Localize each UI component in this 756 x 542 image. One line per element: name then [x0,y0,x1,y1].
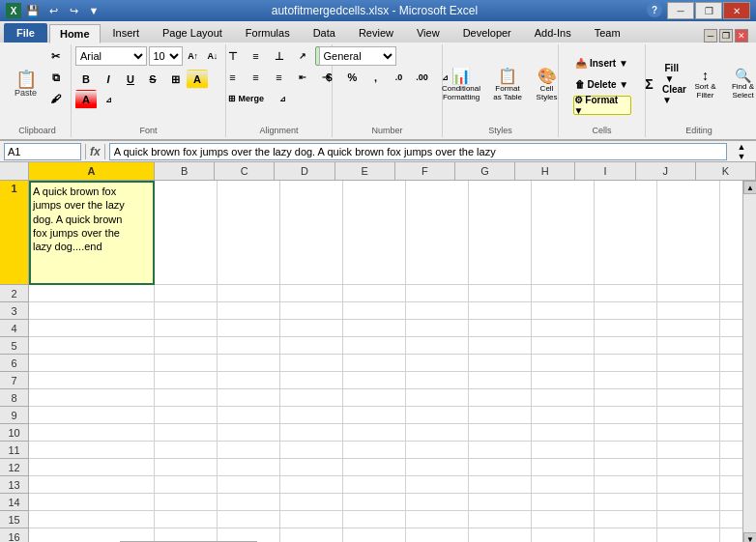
cell-b12[interactable] [155,459,218,476]
col-header-g[interactable]: G [455,162,515,180]
cell-k12[interactable] [720,459,742,476]
cell-i15[interactable] [595,511,657,528]
cell-c2[interactable] [218,285,280,302]
tab-view[interactable]: View [406,23,451,43]
cell-f16[interactable] [406,528,469,542]
cell-i14[interactable] [595,494,657,511]
cell-f12[interactable] [406,459,469,476]
cell-f14[interactable] [406,494,469,511]
number-format-selector[interactable]: General [319,46,396,66]
col-header-d[interactable]: D [275,162,334,180]
cell-g15[interactable] [469,511,532,528]
cell-a15[interactable] [29,511,155,528]
cell-j1[interactable] [657,181,720,285]
row-header-5[interactable]: 5 [0,337,28,355]
cell-g12[interactable] [469,459,532,476]
cell-k14[interactable] [720,494,742,511]
borders-button[interactable]: ⊞ [164,70,186,89]
cell-c7[interactable] [218,372,280,389]
cell-j3[interactable] [657,302,720,320]
cell-a2[interactable] [29,285,155,302]
center-align-button[interactable]: ≡ [246,68,267,87]
strikethrough-button[interactable]: S [142,70,163,89]
cell-c1[interactable] [218,181,280,285]
cell-d9[interactable] [280,407,343,424]
cell-d12[interactable] [280,459,343,476]
cell-e12[interactable] [343,459,406,476]
cell-e14[interactable] [343,494,406,511]
tab-data[interactable]: Data [303,23,346,43]
cell-j9[interactable] [657,407,720,424]
scroll-down-button[interactable]: ▼ [743,532,756,542]
sum-button[interactable]: Σ [638,74,661,94]
row-header-1[interactable]: 1 [0,181,28,285]
decrease-indent-button[interactable]: ⇤ [292,68,313,87]
cell-e7[interactable] [343,372,406,389]
cell-a4[interactable] [29,320,155,337]
cell-i16[interactable] [595,528,657,542]
cell-k5[interactable] [720,337,742,355]
currency-button[interactable]: $ [319,68,340,87]
cell-f6[interactable] [406,355,469,372]
cell-h10[interactable] [532,424,595,442]
cell-d5[interactable] [280,337,343,355]
delete-button[interactable]: 🗑 Delete ▼ [573,74,631,94]
cell-j11[interactable] [657,442,720,459]
sort-filter-button[interactable]: ↕ Sort &Filter [688,66,723,102]
row-header-15[interactable]: 15 [0,511,28,528]
cell-g16[interactable] [469,528,532,542]
cell-h8[interactable] [532,389,595,407]
cell-h15[interactable] [532,511,595,528]
cell-d1[interactable] [280,181,343,285]
cell-b10[interactable] [155,424,218,442]
cell-e10[interactable] [343,424,406,442]
cell-j7[interactable] [657,372,720,389]
cell-d8[interactable] [280,389,343,407]
row-header-4[interactable]: 4 [0,320,28,337]
cell-a12[interactable] [29,459,155,476]
minimize-button[interactable]: ─ [667,2,694,19]
close-button[interactable]: ✕ [723,2,750,19]
cell-h5[interactable] [532,337,595,355]
cell-f9[interactable] [406,407,469,424]
col-header-c[interactable]: C [215,162,275,180]
cell-b11[interactable] [155,442,218,459]
cell-g14[interactable] [469,494,532,511]
row-header-10[interactable]: 10 [0,424,28,442]
cell-f10[interactable] [406,424,469,442]
cell-a13[interactable] [29,476,155,494]
row-header-16[interactable]: 16 [0,528,28,542]
cell-g11[interactable] [469,442,532,459]
cell-j15[interactable] [657,511,720,528]
cell-k9[interactable] [720,407,742,424]
cell-g5[interactable] [469,337,532,355]
cell-c16[interactable] [218,528,280,542]
cell-h6[interactable] [532,355,595,372]
conditional-formatting-button[interactable]: 📊 ConditionalFormatting [437,64,485,105]
cell-c14[interactable] [218,494,280,511]
cell-i10[interactable] [595,424,657,442]
bot-align-button[interactable]: ⊥ [269,46,290,66]
cell-h1[interactable] [532,181,595,285]
cell-d14[interactable] [280,494,343,511]
tab-review[interactable]: Review [348,23,404,43]
ribbon-restore[interactable]: ❐ [719,29,733,43]
cell-b13[interactable] [155,476,218,494]
cell-e15[interactable] [343,511,406,528]
qat-dropdown[interactable]: ▼ [85,2,102,19]
cell-c9[interactable] [218,407,280,424]
bold-button[interactable]: B [75,70,97,89]
cell-a11[interactable] [29,442,155,459]
cell-c5[interactable] [218,337,280,355]
decrease-size-button[interactable]: A↓ [204,46,221,66]
cell-f4[interactable] [406,320,469,337]
cell-c13[interactable] [218,476,280,494]
cell-a9[interactable] [29,407,155,424]
formula-input[interactable] [109,143,727,160]
ribbon-close[interactable]: ✕ [735,29,748,43]
cell-k2[interactable] [720,285,742,302]
top-align-button[interactable]: ⊤ [222,46,244,66]
cell-k10[interactable] [720,424,742,442]
cut-button[interactable]: ✂ [45,46,67,66]
cell-e6[interactable] [343,355,406,372]
